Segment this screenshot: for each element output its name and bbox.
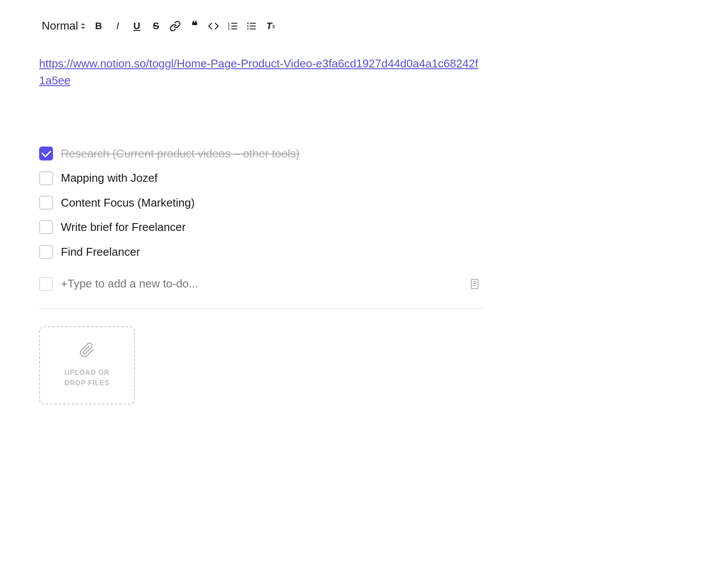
content-link[interactable]: https://www.notion.so/toggl/Home-Page-Pr… <box>39 55 483 89</box>
section-divider <box>39 308 483 309</box>
text-type-chevron-icon <box>81 23 85 29</box>
checklist-item-3: Content Focus (Marketing) <box>39 190 483 215</box>
strikethrough-button[interactable]: S <box>148 18 164 34</box>
add-todo-row <box>39 273 483 295</box>
underline-button[interactable]: U <box>129 18 145 34</box>
quote-button[interactable]: ❝ <box>186 18 203 34</box>
file-upload-area[interactable]: UPLOAD ORDROP FILES <box>39 326 135 404</box>
checklist-item-4: Write brief for Freelancer <box>39 215 483 239</box>
bold-button[interactable]: B <box>90 18 107 34</box>
upload-label: UPLOAD ORDROP FILES <box>64 368 110 388</box>
clear-format-button[interactable]: Tx <box>263 18 279 34</box>
svg-point-10 <box>247 25 249 27</box>
checklist-label-1: Research (Current product videos – other… <box>61 146 300 161</box>
checkbox-4[interactable] <box>39 220 53 234</box>
ordered-list-button[interactable]: 1 2 3 <box>224 18 241 34</box>
code-button[interactable] <box>205 18 222 34</box>
checklist-item-1: Research (Current product videos – other… <box>39 141 483 166</box>
formatting-toolbar: Normal B I U S ❝ <box>39 17 483 34</box>
add-todo-input[interactable] <box>61 277 483 291</box>
checklist-item-5: Find Freelancer <box>39 240 483 264</box>
template-icon[interactable] <box>467 276 483 292</box>
svg-point-11 <box>247 28 249 29</box>
checklist-label-4: Write brief for Freelancer <box>61 219 186 235</box>
text-type-selector[interactable]: Normal <box>39 17 88 34</box>
checkbox-3[interactable] <box>39 196 53 210</box>
checklist-label-2: Mapping with Jozef <box>61 170 158 186</box>
checkbox-5[interactable] <box>39 245 53 259</box>
italic-button[interactable]: I <box>110 18 126 34</box>
checkbox-1[interactable] <box>39 147 53 160</box>
link-button[interactable] <box>167 18 183 34</box>
text-type-label: Normal <box>42 19 78 33</box>
unordered-list-button[interactable] <box>243 18 260 34</box>
checkbox-2[interactable] <box>39 171 53 185</box>
svg-point-9 <box>247 22 249 23</box>
checklist: Research (Current product videos – other… <box>39 141 483 264</box>
checklist-item-2: Mapping with Jozef <box>39 166 483 190</box>
add-todo-checkbox <box>39 277 53 291</box>
paperclip-icon <box>79 342 95 361</box>
main-content: Normal B I U S ❝ <box>0 0 522 422</box>
svg-rect-12 <box>471 279 478 289</box>
checklist-label-5: Find Freelancer <box>61 244 140 260</box>
svg-text:3: 3 <box>228 27 230 30</box>
checklist-label-3: Content Focus (Marketing) <box>61 195 195 210</box>
